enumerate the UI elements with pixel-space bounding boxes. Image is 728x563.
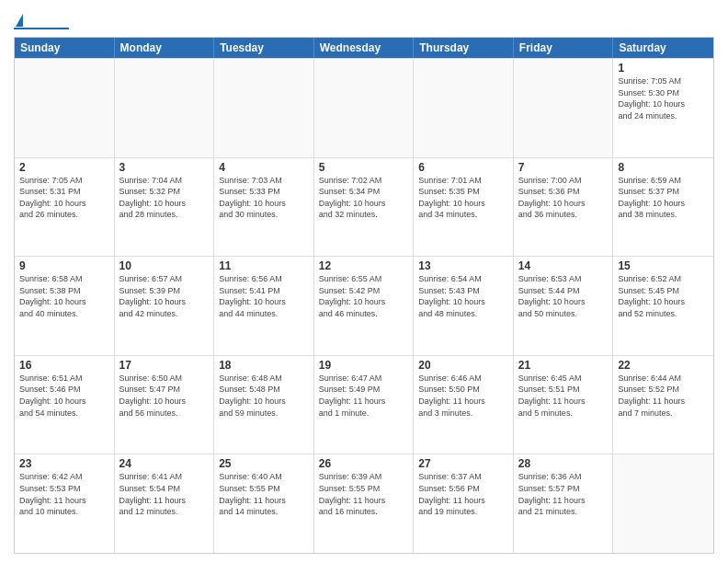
day-number: 3 [119, 161, 210, 174]
calendar-cell: 25Sunrise: 6:40 AM Sunset: 5:55 PM Dayli… [214, 454, 314, 553]
calendar-cell: 21Sunrise: 6:45 AM Sunset: 5:51 PM Dayli… [514, 356, 614, 454]
day-info: Sunrise: 7:04 AM Sunset: 5:32 PM Dayligh… [119, 175, 210, 221]
day-number: 8 [618, 161, 709, 174]
day-number: 7 [518, 161, 609, 174]
calendar-cell: 1Sunrise: 7:05 AM Sunset: 5:30 PM Daylig… [613, 59, 713, 157]
calendar-header: SundayMondayTuesdayWednesdayThursdayFrid… [15, 38, 713, 58]
day-info: Sunrise: 7:03 AM Sunset: 5:33 PM Dayligh… [219, 175, 309, 221]
day-info: Sunrise: 7:05 AM Sunset: 5:30 PM Dayligh… [618, 75, 709, 121]
day-info: Sunrise: 6:56 AM Sunset: 5:41 PM Dayligh… [219, 273, 309, 319]
logo [14, 14, 69, 29]
calendar-cell: 27Sunrise: 6:37 AM Sunset: 5:56 PM Dayli… [414, 454, 514, 553]
day-info: Sunrise: 6:36 AM Sunset: 5:57 PM Dayligh… [518, 471, 609, 517]
day-info: Sunrise: 6:42 AM Sunset: 5:53 PM Dayligh… [19, 471, 109, 517]
calendar-row: 16Sunrise: 6:51 AM Sunset: 5:46 PM Dayli… [15, 355, 713, 454]
calendar-cell [214, 59, 314, 157]
day-info: Sunrise: 6:55 AM Sunset: 5:42 PM Dayligh… [319, 273, 409, 319]
calendar-cell: 11Sunrise: 6:56 AM Sunset: 5:41 PM Dayli… [214, 257, 314, 355]
day-info: Sunrise: 6:59 AM Sunset: 5:37 PM Dayligh… [618, 175, 709, 221]
calendar-cell: 6Sunrise: 7:01 AM Sunset: 5:35 PM Daylig… [414, 158, 514, 257]
calendar-cell [514, 59, 614, 157]
day-info: Sunrise: 7:02 AM Sunset: 5:34 PM Dayligh… [319, 175, 409, 221]
calendar-row: 2Sunrise: 7:05 AM Sunset: 5:31 PM Daylig… [15, 157, 713, 257]
day-info: Sunrise: 6:46 AM Sunset: 5:50 PM Dayligh… [418, 373, 508, 419]
calendar-cell: 9Sunrise: 6:58 AM Sunset: 5:38 PM Daylig… [15, 257, 115, 355]
day-number: 24 [119, 457, 210, 470]
calendar-cell: 3Sunrise: 7:04 AM Sunset: 5:32 PM Daylig… [115, 158, 215, 257]
calendar-cell [414, 59, 514, 157]
day-number: 18 [219, 359, 309, 372]
logo-triangle-icon [16, 14, 23, 27]
weekday-header: Friday [514, 38, 614, 58]
day-number: 13 [418, 259, 508, 272]
calendar-cell: 26Sunrise: 6:39 AM Sunset: 5:55 PM Dayli… [314, 454, 415, 553]
day-number: 28 [518, 457, 609, 470]
day-info: Sunrise: 6:39 AM Sunset: 5:55 PM Dayligh… [319, 471, 409, 517]
day-number: 26 [319, 457, 409, 470]
calendar-cell: 23Sunrise: 6:42 AM Sunset: 5:53 PM Dayli… [15, 454, 115, 553]
day-number: 21 [518, 359, 609, 372]
calendar-cell: 2Sunrise: 7:05 AM Sunset: 5:31 PM Daylig… [15, 158, 115, 257]
day-info: Sunrise: 6:52 AM Sunset: 5:45 PM Dayligh… [618, 273, 709, 319]
header [14, 9, 714, 29]
day-info: Sunrise: 7:05 AM Sunset: 5:31 PM Dayligh… [19, 175, 109, 221]
day-info: Sunrise: 6:48 AM Sunset: 5:48 PM Dayligh… [219, 373, 309, 419]
day-info: Sunrise: 7:00 AM Sunset: 5:36 PM Dayligh… [518, 175, 609, 221]
day-info: Sunrise: 6:44 AM Sunset: 5:52 PM Dayligh… [618, 373, 709, 419]
calendar-cell: 22Sunrise: 6:44 AM Sunset: 5:52 PM Dayli… [613, 356, 713, 454]
calendar-cell: 5Sunrise: 7:02 AM Sunset: 5:34 PM Daylig… [314, 158, 415, 257]
calendar-cell [613, 454, 713, 553]
day-number: 23 [19, 457, 109, 470]
day-number: 14 [518, 259, 609, 272]
weekday-header: Wednesday [314, 38, 415, 58]
weekday-header: Thursday [414, 38, 514, 58]
calendar-row: 23Sunrise: 6:42 AM Sunset: 5:53 PM Dayli… [15, 454, 713, 553]
day-info: Sunrise: 6:41 AM Sunset: 5:54 PM Dayligh… [119, 471, 210, 517]
calendar-cell: 7Sunrise: 7:00 AM Sunset: 5:36 PM Daylig… [514, 158, 614, 257]
calendar-cell: 28Sunrise: 6:36 AM Sunset: 5:57 PM Dayli… [514, 454, 614, 553]
day-info: Sunrise: 6:40 AM Sunset: 5:55 PM Dayligh… [219, 471, 309, 517]
weekday-header: Saturday [613, 38, 713, 58]
page: SundayMondayTuesdayWednesdayThursdayFrid… [0, 0, 728, 563]
day-number: 1 [618, 62, 709, 75]
weekday-header: Monday [115, 38, 215, 58]
day-info: Sunrise: 6:47 AM Sunset: 5:49 PM Dayligh… [319, 373, 409, 419]
calendar-cell: 16Sunrise: 6:51 AM Sunset: 5:46 PM Dayli… [15, 356, 115, 454]
day-info: Sunrise: 6:50 AM Sunset: 5:47 PM Dayligh… [119, 373, 210, 419]
calendar-cell: 17Sunrise: 6:50 AM Sunset: 5:47 PM Dayli… [115, 356, 215, 454]
day-number: 4 [219, 161, 309, 174]
calendar-cell: 14Sunrise: 6:53 AM Sunset: 5:44 PM Dayli… [514, 257, 614, 355]
weekday-header: Sunday [15, 38, 115, 58]
day-number: 6 [418, 161, 508, 174]
day-info: Sunrise: 6:58 AM Sunset: 5:38 PM Dayligh… [19, 273, 109, 319]
calendar: SundayMondayTuesdayWednesdayThursdayFrid… [14, 37, 714, 554]
day-number: 17 [119, 359, 210, 372]
day-number: 15 [618, 259, 709, 272]
logo-underline [14, 28, 69, 29]
weekday-header: Tuesday [214, 38, 314, 58]
calendar-cell: 20Sunrise: 6:46 AM Sunset: 5:50 PM Dayli… [414, 356, 514, 454]
day-number: 2 [19, 161, 109, 174]
day-number: 16 [19, 359, 109, 372]
day-number: 27 [418, 457, 508, 470]
day-number: 19 [319, 359, 409, 372]
day-info: Sunrise: 6:37 AM Sunset: 5:56 PM Dayligh… [418, 471, 508, 517]
day-number: 25 [219, 457, 309, 470]
calendar-row: 9Sunrise: 6:58 AM Sunset: 5:38 PM Daylig… [15, 256, 713, 355]
calendar-cell: 24Sunrise: 6:41 AM Sunset: 5:54 PM Dayli… [115, 454, 215, 553]
day-info: Sunrise: 6:53 AM Sunset: 5:44 PM Dayligh… [518, 273, 609, 319]
calendar-cell [115, 59, 215, 157]
calendar-cell [314, 59, 415, 157]
calendar-cell: 10Sunrise: 6:57 AM Sunset: 5:39 PM Dayli… [115, 257, 215, 355]
day-info: Sunrise: 7:01 AM Sunset: 5:35 PM Dayligh… [418, 175, 508, 221]
day-number: 12 [319, 259, 409, 272]
day-number: 10 [119, 259, 210, 272]
calendar-row: 1Sunrise: 7:05 AM Sunset: 5:30 PM Daylig… [15, 58, 713, 157]
day-number: 20 [418, 359, 508, 372]
calendar-cell: 12Sunrise: 6:55 AM Sunset: 5:42 PM Dayli… [314, 257, 415, 355]
calendar-cell: 19Sunrise: 6:47 AM Sunset: 5:49 PM Dayli… [314, 356, 415, 454]
day-info: Sunrise: 6:57 AM Sunset: 5:39 PM Dayligh… [119, 273, 210, 319]
day-info: Sunrise: 6:45 AM Sunset: 5:51 PM Dayligh… [518, 373, 609, 419]
day-info: Sunrise: 6:54 AM Sunset: 5:43 PM Dayligh… [418, 273, 508, 319]
calendar-body: 1Sunrise: 7:05 AM Sunset: 5:30 PM Daylig… [15, 58, 713, 553]
